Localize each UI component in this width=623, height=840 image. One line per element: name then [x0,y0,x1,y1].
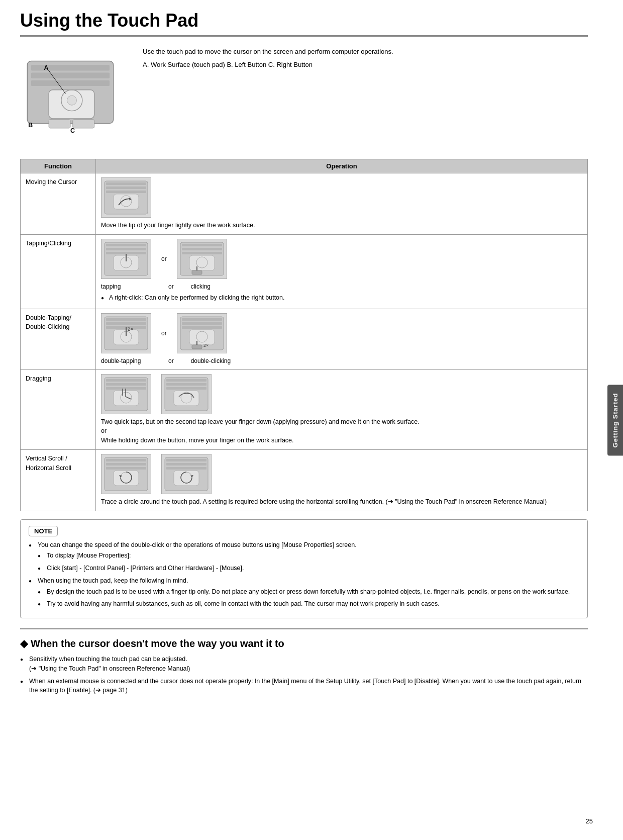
cursor-section-title: When the cursor doesn't move the way you… [20,637,588,649]
svg-rect-17 [114,194,139,209]
label1-1: tapping [101,282,151,291]
svg-rect-51 [106,387,146,390]
label-or-1: or [168,282,174,291]
svg-rect-27 [182,244,222,246]
svg-rect-32 [192,270,202,274]
svg-text:A: A [44,64,49,71]
note-item-0: You can change the speed of the double-c… [29,540,579,573]
touchpad-tap-image [101,239,151,279]
svg-rect-3 [31,80,110,86]
svg-point-6 [67,96,76,105]
touchpad-drag1-image [101,374,151,414]
note-item-1: When using the touch pad, keep the follo… [29,576,579,609]
label2-1: clicking [191,282,211,291]
svg-rect-52 [114,391,139,406]
cursor-list: Sensitivity when touching the touch pad … [20,655,588,695]
svg-text:B: B [28,122,33,129]
svg-rect-49 [106,379,146,382]
svg-rect-28 [182,248,222,250]
note-list: You can change the speed of the double-c… [29,540,579,609]
svg-text:C: C [70,127,75,134]
label2-2: double-clicking [191,356,231,365]
function-cell-1: Tapping/Clicking [21,234,96,309]
function-cell-3: Dragging [21,369,96,449]
note-sub-1-0: By design the touch pad is to be used wi… [38,587,579,597]
svg-rect-30 [189,255,215,270]
svg-rect-62 [106,463,146,465]
svg-rect-50 [106,383,146,386]
operation-cell-4: Trace a circle around the touch pad. A s… [96,449,588,511]
touchpad-double-click-image: 2× [177,313,227,353]
or-label-2: or [161,329,167,338]
op-text-3: Two quick taps, but on the second tap le… [101,417,582,445]
operation-cell-1: ortappingorclickingA right-click: Can on… [96,234,588,309]
function-cell-0: Moving the Cursor [21,173,96,235]
svg-rect-44 [189,330,215,345]
note-sub-0-1: Click [start] - [Control Panel] - [Print… [38,564,579,573]
svg-rect-29 [182,252,222,254]
svg-text:2×: 2× [203,343,209,348]
svg-rect-69 [166,463,206,465]
svg-rect-34 [106,318,146,321]
svg-rect-35 [106,322,146,325]
operation-cell-0: Move the tip of your finger lightly over… [96,173,588,235]
touchpad-double-tap-image: 2× [101,313,151,353]
op-text-0: Move the tip of your finger lightly over… [101,221,582,230]
cursor-item-1: When an external mouse is connected and … [20,677,588,696]
svg-rect-56 [166,383,206,386]
svg-rect-7 [49,120,70,128]
note-sub-1-1: Try to avoid having any harmful substanc… [38,599,579,609]
label-or-2: or [168,356,174,365]
svg-rect-70 [166,467,206,470]
touchpad-scroll1-image [101,454,151,494]
svg-rect-15 [106,186,146,189]
touchpad-click-image [177,239,227,279]
svg-rect-22 [106,248,146,250]
svg-rect-2 [31,72,110,78]
function-cell-2: Double-Tapping/ Double-Clicking [21,309,96,369]
touchpad-drag2-image [161,374,212,414]
svg-rect-42 [182,322,222,325]
cursor-section: When the cursor doesn't move the way you… [20,628,588,695]
bullet-1-0: A right-click: Can only be performed by … [101,293,582,303]
svg-rect-57 [166,387,206,390]
page-title: Using the Touch Pad [20,10,588,37]
svg-rect-63 [106,467,146,470]
col1-header: Function [21,159,96,173]
touchpad-diagram: A B C [20,47,131,149]
svg-rect-58 [174,391,199,406]
note-sub-0-0: To display [Mouse Properties]: [38,551,579,561]
svg-rect-41 [182,318,222,321]
svg-rect-68 [166,459,206,461]
function-table: Function Operation Moving the CursorMove… [20,159,588,511]
svg-rect-55 [166,379,206,382]
operation-cell-2: 2×or2×double-tappingordouble-clicking [96,309,588,369]
svg-rect-46 [192,345,202,349]
operation-cell-3: Two quick taps, but on the second tap le… [96,369,588,449]
label1-2: double-tapping [101,356,151,365]
col2-header: Operation [96,159,588,173]
cursor-item-0: Sensitivity when touching the touch pad … [20,655,588,674]
touchpad-finger-move-image [101,177,151,218]
intro-main: Use the touch pad to move the cursor on … [143,47,588,57]
svg-rect-14 [106,182,146,185]
note-label: NOTE [29,526,58,536]
svg-rect-1 [31,65,110,70]
note-box: NOTE You can change the speed of the dou… [20,519,588,619]
page-number: 25 [586,817,593,825]
or-label-1: or [161,254,167,263]
svg-rect-16 [106,191,146,193]
svg-rect-43 [182,326,222,329]
intro-labels: A. Work Surface (touch pad) B. Left Butt… [143,60,588,70]
sidebar-tab: Getting Started [607,385,623,455]
svg-rect-8 [73,120,94,128]
touchpad-scroll2-image [161,454,212,494]
svg-text:2×: 2× [128,326,134,332]
svg-rect-21 [106,244,146,246]
function-cell-4: Vertical Scroll / Horizontal Scroll [21,449,96,511]
op-text-4: Trace a circle around the touch pad. A s… [101,497,582,507]
intro-text: Use the touch pad to move the cursor on … [143,47,588,149]
svg-rect-61 [106,459,146,461]
